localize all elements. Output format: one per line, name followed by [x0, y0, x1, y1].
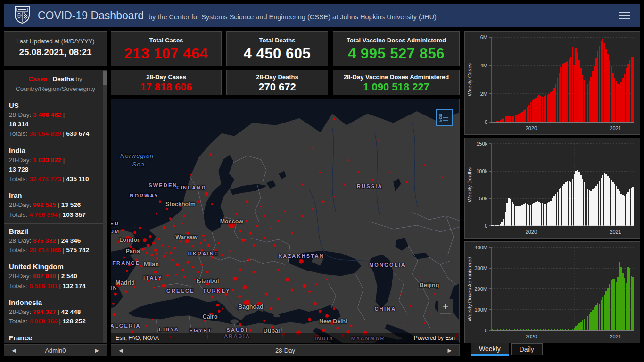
svg-text:200M: 200M [474, 286, 487, 292]
svg-text:2021: 2021 [610, 125, 621, 131]
day28-cases-value: 17 818 606 [111, 81, 221, 93]
svg-text:100k: 100k [476, 168, 487, 174]
day28-vaccine-label: 28-Day Vaccine Doses Administered [333, 74, 459, 81]
country-name: India [9, 147, 102, 155]
svg-text:Weekly Doses Administered: Weekly Doses Administered [467, 257, 472, 321]
svg-text:100M: 100M [474, 307, 487, 313]
svg-text:6M: 6M [480, 34, 487, 40]
country-totals-line: Totals: 32 474 773 | 435 110 [9, 174, 102, 184]
country-row[interactable]: India28-Day: 1 033 822 | 13 728Totals: 3… [4, 143, 107, 188]
day28-deaths-box: 28-Day Deaths 270 672 [226, 70, 328, 95]
legend-list-icon [439, 113, 449, 123]
previous-arrow-icon[interactable]: ◀ [119, 347, 123, 354]
weekly-deaths-chart-box: 050k100k150k20202021Weekly Deaths [464, 138, 640, 239]
country-list-header: Cases | Deaths by Country/Region/Soverei… [4, 70, 107, 98]
country-name: Indonesia [9, 298, 102, 306]
country-totals-line: Totals: 20 614 866 | 575 742 [9, 246, 102, 255]
world-map[interactable]: NorwegianSeaNORWAYSWEDENFINLANDRUSSIASto… [111, 99, 460, 343]
app-header: COVID-19 Dashboard by the Center for Sys… [4, 4, 640, 27]
admin-level-pager: ◀ Admin0 ▶ [4, 344, 107, 356]
country-name: United Kingdom [9, 263, 102, 271]
total-cases-box: Total Cases 213 107 464 [111, 31, 222, 66]
scrollbar-track[interactable] [103, 70, 107, 343]
day28-cases-box: 28-Day Cases 17 818 606 [111, 70, 222, 95]
deaths-header-label: Deaths [52, 75, 74, 82]
total-deaths-value: 4 450 605 [227, 45, 328, 62]
svg-text:Weekly Deaths: Weekly Deaths [467, 167, 472, 202]
weekly-cases-chart-box: 02M4M6M20202021Weekly Cases [464, 31, 640, 135]
total-deaths-box: Total Deaths 4 450 605 [226, 31, 328, 66]
svg-text:Weekly Cases: Weekly Cases [467, 63, 472, 96]
legend-button[interactable] [436, 109, 453, 126]
day28-deaths-value: 270 672 [227, 81, 328, 93]
jhu-logo-icon [14, 6, 30, 25]
page-title: COVID-19 Dashboard [38, 9, 144, 22]
country-row[interactable]: Indonesia28-Day: 794 327 | 42 448Totals:… [4, 295, 107, 330]
menu-icon[interactable] [619, 10, 630, 21]
previous-arrow-icon[interactable]: ◀ [12, 347, 16, 354]
next-arrow-icon[interactable]: ▶ [448, 347, 452, 354]
country-28day-line: 28-Day: 1 033 822 | 13 728 [9, 156, 102, 175]
time-range-label: 28-Day [275, 347, 295, 354]
country-name: US [9, 101, 102, 109]
country-row[interactable]: United Kingdom28-Day: 807 088 | 2 540Tot… [4, 259, 107, 295]
country-region-label: Country/Region/Sovereignty [16, 85, 95, 92]
weekly-doses-chart-box: 0100M200M300M400M20202021Weekly Doses Ad… [464, 241, 640, 343]
total-cases-value: 213 107 464 [111, 45, 221, 62]
country-rows: US28-Day: 3 406 462 | 18 314Totals: 38 0… [4, 98, 107, 343]
day28-cases-label: 28-Day Cases [111, 74, 221, 81]
country-row[interactable]: US28-Day: 3 406 462 | 18 314Totals: 38 0… [4, 98, 107, 143]
attribution-text: Esri, FAO, NOAA [116, 335, 159, 341]
svg-text:0: 0 [485, 223, 487, 229]
last-updated-value: 25.08.2021, 08:21 [4, 47, 107, 58]
svg-text:400M: 400M [474, 245, 487, 250]
country-28day-line: 28-Day: 794 327 | 42 448 [9, 307, 102, 317]
zoom-out-button[interactable]: − [438, 314, 453, 328]
tab-daily[interactable]: Daily [511, 343, 543, 355]
country-totals-line: Totals: 38 054 839 | 630 674 [9, 129, 102, 139]
country-row[interactable]: Brazil28-Day: 876 332 | 24 346Totals: 20… [4, 223, 107, 259]
page-subtitle: by the Center for Systems Science and En… [149, 13, 437, 21]
country-28day-line: 28-Day: 807 088 | 2 540 [9, 272, 102, 281]
weekly-cases-chart: 02M4M6M20202021Weekly Cases [465, 32, 640, 134]
map-canvas[interactable] [111, 99, 459, 343]
svg-text:2020: 2020 [526, 334, 537, 339]
time-range-pager: ◀ 28-Day ▶ [111, 344, 460, 356]
map-zoom-control: + − [438, 299, 453, 329]
svg-text:300M: 300M [474, 265, 487, 271]
svg-text:50k: 50k [479, 196, 487, 201]
map-attribution: Esri, FAO, NOAA Powered by Esri [111, 333, 459, 343]
svg-text:0: 0 [485, 119, 487, 125]
last-updated-label: Last Updated at (M/D/YYYY) [4, 38, 107, 45]
total-vaccine-label: Total Vaccine Doses Administered [333, 37, 459, 44]
svg-text:2020: 2020 [526, 229, 537, 235]
next-arrow-icon[interactable]: ▶ [95, 347, 99, 354]
day28-vaccine-box: 28-Day Vaccine Doses Administered 1 090 … [333, 70, 460, 95]
country-28day-line: 28-Day: 3 406 462 | 18 314 [9, 110, 102, 130]
powered-by-esri: Powered by Esri [414, 335, 455, 341]
country-name: Iran [9, 191, 102, 199]
tab-weekly[interactable]: Weekly [471, 343, 509, 356]
country-totals-line: Totals: 4 756 394 | 103 357 [9, 210, 102, 220]
svg-text:2M: 2M [480, 91, 487, 97]
zoom-in-button[interactable]: + [438, 299, 453, 313]
total-vaccine-box: Total Vaccine Doses Administered 4 995 5… [333, 31, 460, 66]
day28-vaccine-value: 1 090 518 227 [333, 81, 459, 93]
country-totals-line: Totals: 6 586 181 | 132 174 [9, 281, 102, 291]
last-updated-box: Last Updated at (M/D/YYYY) 25.08.2021, 0… [4, 31, 107, 66]
country-28day-line: 28-Day: 992 525 | 13 526 [9, 200, 102, 210]
country-totals-line: Totals: 4 008 166 | 128 252 [9, 317, 102, 326]
country-28day-line: 28-Day: 876 332 | 24 346 [9, 236, 102, 246]
cases-header-label: Cases [29, 75, 48, 82]
svg-text:4M: 4M [480, 63, 487, 68]
svg-text:2021: 2021 [610, 334, 621, 339]
svg-text:150k: 150k [476, 141, 487, 147]
country-list-panel: Cases | Deaths by Country/Region/Soverei… [4, 70, 107, 343]
total-deaths-label: Total Deaths [227, 37, 328, 44]
admin-level-label: Admin0 [45, 347, 66, 354]
country-row[interactable]: France28-Day: 646 361 | 2 006Totals: 6 7… [4, 330, 107, 343]
country-28day-line: 28-Day: 646 361 | 2 006 [9, 343, 102, 343]
scrollbar-thumb[interactable] [103, 71, 107, 85]
day28-deaths-label: 28-Day Deaths [227, 74, 328, 81]
country-row[interactable]: Iran28-Day: 992 525 | 13 526Totals: 4 75… [4, 188, 107, 223]
